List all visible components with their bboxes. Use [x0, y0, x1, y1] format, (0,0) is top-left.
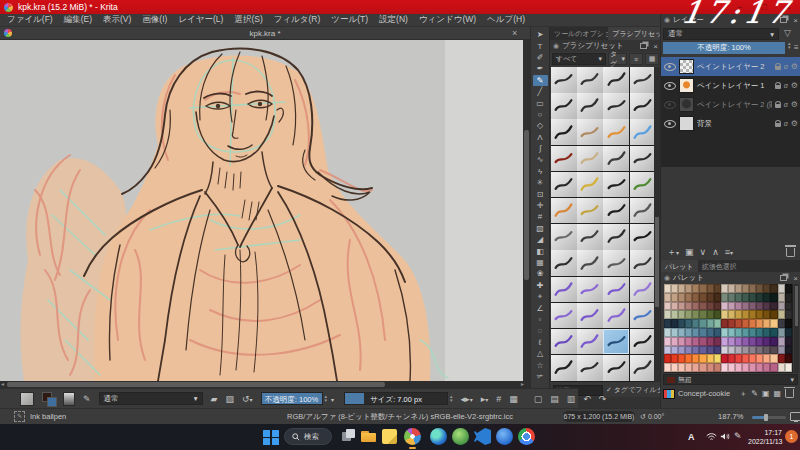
layer-settings-icon[interactable]: ⚙ — [791, 119, 798, 128]
add-swatch-button[interactable]: ＋ — [739, 388, 747, 399]
palette-swatch[interactable] — [763, 284, 770, 293]
layer-row[interactable]: ペイントレイヤー 1α⚙ — [661, 76, 800, 95]
menu-item[interactable]: ウィンドウ(W) — [419, 14, 476, 26]
palette-swatch[interactable] — [692, 328, 699, 337]
workspace-icon[interactable]: ▸▾ — [481, 394, 489, 404]
palette-swatch[interactable] — [785, 363, 792, 372]
palette-swatch[interactable] — [742, 363, 749, 372]
alpha-lock-icon[interactable]: α — [784, 120, 788, 127]
palette-swatch[interactable] — [742, 310, 749, 319]
brush-preset[interactable] — [603, 303, 629, 329]
line-tool[interactable]: ╱ — [533, 86, 548, 97]
edit-brush-settings-icon[interactable]: ✎ — [83, 394, 91, 404]
palette-swatch[interactable] — [778, 337, 785, 346]
edit-palette-button[interactable]: ✎ — [751, 389, 758, 398]
palette-swatch[interactable] — [763, 293, 770, 302]
brush-opacity-slider[interactable]: 不透明度: 100% — [261, 392, 323, 405]
layer-visibility-icon[interactable] — [664, 101, 676, 109]
palette-swatch[interactable] — [742, 354, 749, 363]
brush-preset[interactable] — [551, 93, 577, 119]
palette-swatch[interactable] — [749, 310, 756, 319]
palette-swatch-dropdown[interactable]: 無題 ▾ — [663, 374, 798, 385]
palette-swatch[interactable] — [785, 328, 792, 337]
opacity-dropdown-icon[interactable]: ▾ — [331, 394, 334, 404]
color-sampler-tool[interactable]: ◢ — [533, 234, 548, 245]
brush-preset[interactable] — [551, 329, 577, 355]
tag-button[interactable]: タグ▾ — [608, 53, 627, 65]
zoom-slider[interactable] — [752, 416, 786, 419]
palette-swatch[interactable] — [692, 363, 699, 372]
palette-swatch[interactable] — [671, 310, 678, 319]
layer-settings-icon[interactable]: ⚙ — [791, 100, 798, 109]
palette-swatch[interactable] — [671, 337, 678, 346]
palette-swatch[interactable] — [742, 328, 749, 337]
palette-swatch[interactable] — [770, 293, 777, 302]
pattern-chooser[interactable] — [20, 392, 34, 406]
palette-swatch[interactable] — [721, 302, 728, 311]
notification-badge[interactable]: 1 — [785, 430, 798, 443]
palette-swatch[interactable] — [707, 310, 714, 319]
tab-brush-presets[interactable]: ブラシプリセット — [608, 27, 661, 40]
palette-swatch[interactable] — [778, 363, 785, 372]
alpha-lock-icon[interactable]: α — [784, 101, 788, 108]
wrap-around-icon[interactable]: # — [496, 394, 501, 404]
document-close-icon[interactable]: × — [512, 28, 517, 38]
palette-swatch[interactable] — [749, 328, 756, 337]
palette-swatch[interactable] — [735, 284, 742, 293]
fill-tool[interactable]: ◧ — [533, 245, 548, 256]
palette-swatch[interactable] — [678, 346, 685, 355]
brush-preset[interactable] — [577, 93, 603, 119]
lock-icon[interactable] — [775, 123, 781, 127]
brush-preset[interactable] — [551, 224, 577, 250]
brush-preset[interactable] — [603, 93, 629, 119]
redo-icon[interactable]: ↷ — [599, 394, 607, 404]
menu-item[interactable]: 編集(E) — [64, 14, 92, 26]
transform-tool[interactable]: ⊡ — [533, 188, 548, 199]
brush-preset[interactable] — [551, 172, 577, 198]
brush-preset[interactable] — [630, 67, 654, 93]
palette-swatch[interactable] — [735, 337, 742, 346]
green-app-icon[interactable] — [452, 428, 469, 445]
brush-preset[interactable] — [577, 303, 603, 329]
palette-swatch[interactable] — [685, 354, 692, 363]
layer-filter-funnel-icon[interactable]: ▽ — [784, 28, 791, 38]
chrome-icon[interactable] — [518, 428, 535, 445]
palette-swatch[interactable] — [664, 328, 671, 337]
tab-palette[interactable]: パレット — [661, 260, 698, 272]
palette-swatch[interactable] — [692, 337, 699, 346]
palette-swatch[interactable] — [735, 346, 742, 355]
palette-swatch[interactable] — [728, 310, 735, 319]
brush-preset[interactable] — [630, 224, 654, 250]
krita-taskbar-icon[interactable] — [404, 428, 421, 445]
palette-scrollbar[interactable] — [794, 284, 799, 373]
preserve-alpha-icon[interactable]: ▨ — [225, 394, 234, 404]
palette-swatch[interactable] — [707, 328, 714, 337]
open-document-icon[interactable]: ▤ — [550, 394, 559, 404]
palette-swatch[interactable] — [714, 310, 721, 319]
palette-swatch[interactable] — [692, 302, 699, 311]
canvas-rotation-widget[interactable]: ↺ 0.00° — [640, 413, 664, 421]
alpha-lock-icon[interactable]: α — [784, 63, 788, 70]
minimize-button[interactable]: − — [728, 0, 752, 14]
palette-swatch[interactable] — [763, 363, 770, 372]
menu-item[interactable]: レイヤー(L) — [178, 14, 223, 26]
vscode-icon[interactable] — [474, 428, 491, 445]
brush-preset[interactable] — [603, 67, 629, 93]
brush-preset[interactable] — [577, 329, 603, 355]
lock-icon[interactable] — [775, 104, 781, 108]
edge-browser-icon[interactable] — [430, 428, 447, 445]
palette-swatch[interactable] — [699, 354, 706, 363]
layers-header[interactable]: ◉ レイヤー × — [661, 14, 800, 26]
palette-swatch[interactable] — [756, 328, 763, 337]
palette-swatch[interactable] — [685, 302, 692, 311]
scroll-right-icon[interactable]: ▸ — [521, 381, 524, 388]
palette-swatch[interactable] — [770, 319, 777, 328]
palette-swatch[interactable] — [707, 293, 714, 302]
palette-swatch[interactable] — [785, 310, 792, 319]
palette-swatch[interactable] — [707, 346, 714, 355]
brush-preset[interactable] — [577, 198, 603, 224]
palette-swatch[interactable] — [685, 284, 692, 293]
maximize-button[interactable]: □ — [752, 0, 776, 14]
palette-swatch[interactable] — [714, 319, 721, 328]
palette-swatch[interactable] — [685, 319, 692, 328]
